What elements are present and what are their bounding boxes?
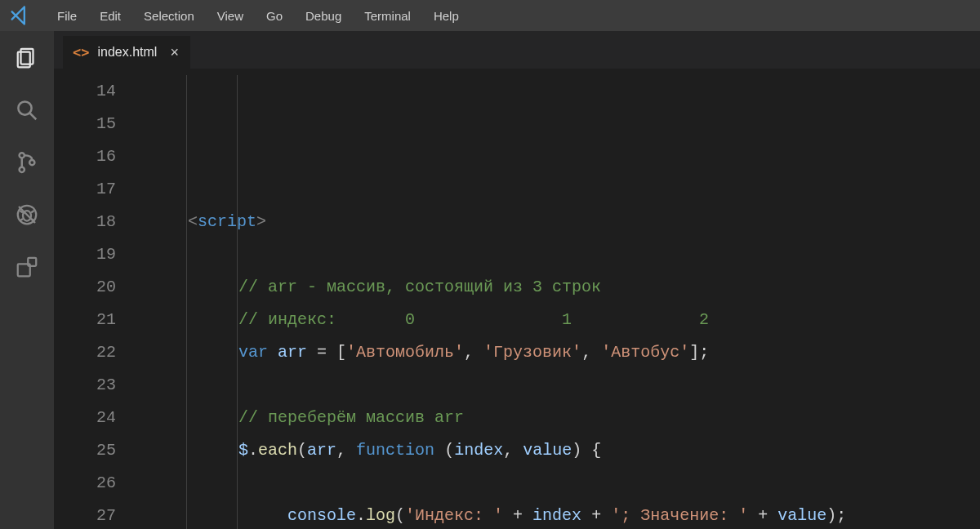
activity-bar: [0, 31, 54, 529]
tabs-row: <> index.html ×: [54, 31, 980, 69]
menu-item-terminal[interactable]: Terminal: [353, 0, 422, 31]
svg-point-5: [20, 167, 24, 172]
tab-filename: index.html: [97, 45, 157, 60]
line-number: 26: [54, 467, 116, 500]
menu-item-view[interactable]: View: [206, 0, 255, 31]
code-line: <script>: [139, 206, 980, 238]
code-line: [139, 467, 980, 500]
menu-item-edit[interactable]: Edit: [88, 0, 132, 31]
indent-guide: [237, 75, 238, 529]
editor-area: <> index.html × 141516171819202122232425…: [54, 31, 980, 529]
svg-point-6: [29, 160, 34, 165]
source-control-icon[interactable]: [11, 147, 42, 178]
line-number: 19: [54, 238, 116, 271]
code-line: // arr - массив, состоящий из 3 строк: [139, 271, 980, 304]
code-line: // индекс: 0 1 2: [139, 304, 980, 336]
line-number-gutter: 1415161718192021222324252627: [54, 69, 139, 529]
line-number: 16: [54, 140, 116, 173]
search-icon[interactable]: [11, 95, 42, 126]
debug-icon[interactable]: [11, 199, 42, 230]
body-row: <> index.html × 141516171819202122232425…: [0, 31, 980, 529]
line-number: 14: [54, 75, 116, 108]
menu-item-debug[interactable]: Debug: [294, 0, 353, 31]
code-line: [139, 238, 980, 271]
code-line: [139, 369, 980, 402]
tab-index-html[interactable]: <> index.html ×: [63, 36, 191, 69]
line-number: 18: [54, 206, 116, 238]
line-number: 17: [54, 173, 116, 206]
code-pane: 1415161718192021222324252627 <script>// …: [54, 69, 980, 529]
line-number: 22: [54, 336, 116, 369]
menu-item-go[interactable]: Go: [255, 0, 294, 31]
line-number: 20: [54, 271, 116, 304]
indent-guide: [186, 75, 187, 529]
line-number: 15: [54, 108, 116, 140]
line-number: 23: [54, 369, 116, 402]
extensions-icon[interactable]: [11, 251, 42, 282]
title-bar: FileEditSelectionViewGoDebugTerminalHelp: [0, 0, 980, 31]
menu-item-file[interactable]: File: [46, 0, 88, 31]
svg-point-4: [20, 153, 24, 158]
vscode-logo-icon: [8, 4, 31, 27]
line-number: 25: [54, 434, 116, 467]
svg-line-3: [30, 113, 37, 120]
svg-line-11: [31, 211, 34, 213]
code-line: console.log('Индекс: ' + index + '; Знач…: [139, 500, 980, 529]
line-number: 24: [54, 402, 116, 434]
svg-point-2: [18, 101, 31, 114]
html-file-icon: <>: [73, 44, 89, 60]
line-number: 27: [54, 500, 116, 529]
svg-line-12: [20, 219, 23, 221]
line-number: 21: [54, 304, 116, 336]
menu-item-selection[interactable]: Selection: [132, 0, 206, 31]
code-content[interactable]: <script>// arr - массив, состоящий из 3 …: [139, 69, 980, 529]
code-line: // переберём массив arr: [139, 402, 980, 434]
menu-item-help[interactable]: Help: [422, 0, 470, 31]
code-line: var arr = ['Автомобиль', 'Грузовик', 'Ав…: [139, 336, 980, 369]
code-line: $.each(arr, function (index, value) {: [139, 434, 980, 467]
explorer-icon[interactable]: [11, 42, 42, 73]
tab-close-button[interactable]: ×: [170, 45, 179, 60]
